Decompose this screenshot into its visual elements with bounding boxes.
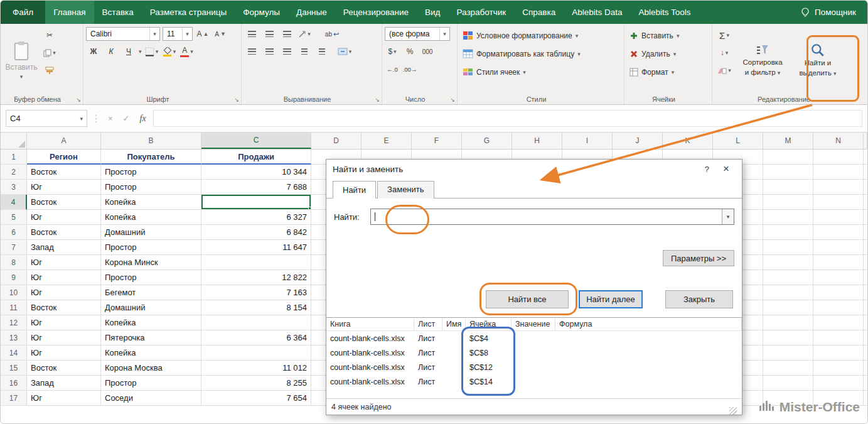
- align-middle-button[interactable]: [262, 27, 277, 41]
- cell-b9[interactable]: Простор: [101, 270, 201, 285]
- font-name-combo[interactable]: Calibri▾: [86, 27, 160, 41]
- cell-styles-button[interactable]: Стили ячеек ▾: [460, 63, 621, 80]
- sort-filter-button[interactable]: Сортировка и фильтр ▾: [736, 27, 789, 93]
- cell-a3[interactable]: Юг: [27, 180, 101, 195]
- cell-b11[interactable]: Домашний: [101, 300, 201, 315]
- cell-b6[interactable]: Домашний: [101, 225, 201, 240]
- find-all-button[interactable]: Найти все: [486, 290, 569, 308]
- column-header-h[interactable]: H: [512, 133, 562, 149]
- find-what-input-area[interactable]: [371, 209, 722, 224]
- formula-input[interactable]: [153, 110, 862, 127]
- column-header-b[interactable]: B: [101, 133, 201, 149]
- cell-a12[interactable]: Юг: [27, 315, 101, 330]
- cell-b13[interactable]: Пятерочка: [101, 330, 201, 345]
- row-header-16[interactable]: 16: [1, 376, 27, 391]
- fill-color-button[interactable]: ▾: [162, 45, 177, 58]
- bold-button[interactable]: Ж: [86, 45, 101, 58]
- cell-c6[interactable]: 6 842: [201, 225, 311, 240]
- column-header-j[interactable]: J: [613, 133, 663, 149]
- cell-c15[interactable]: 11 012: [201, 361, 311, 376]
- row-header-14[interactable]: 14: [1, 345, 27, 361]
- cell-b7[interactable]: Простор: [101, 240, 201, 255]
- cell-c16[interactable]: 8 255: [201, 376, 311, 391]
- tab-ablebits-tools[interactable]: Ablebits Tools: [630, 1, 699, 24]
- cell-a4[interactable]: Восток: [27, 195, 101, 210]
- clipboard-dialog-launcher-icon[interactable]: ↘: [76, 97, 81, 103]
- currency-format-button[interactable]: $▾: [385, 45, 400, 58]
- italic-button[interactable]: К: [104, 45, 119, 58]
- column-header-m[interactable]: M: [763, 133, 813, 149]
- cell-b2[interactable]: Простор: [101, 165, 201, 180]
- row-header-11[interactable]: 11: [1, 300, 27, 315]
- number-dialog-launcher-icon[interactable]: ↘: [450, 97, 455, 103]
- cell-b12[interactable]: Копейка: [101, 315, 201, 330]
- decrease-font-button[interactable]: А▼: [213, 27, 228, 41]
- cell-a1[interactable]: Регион: [27, 149, 101, 165]
- wrap-text-button[interactable]: ab ↩: [324, 27, 340, 41]
- alignment-dialog-launcher-icon[interactable]: ↘: [375, 97, 380, 103]
- find-next-button[interactable]: Найти далее: [579, 290, 643, 308]
- cell-b14[interactable]: Копейка: [101, 345, 201, 361]
- row-header-4[interactable]: 4: [1, 195, 27, 210]
- cell-c8[interactable]: [201, 255, 311, 270]
- column-header-i[interactable]: I: [562, 133, 613, 149]
- borders-button[interactable]: ▾: [144, 45, 159, 58]
- decrease-indent-button[interactable]: [297, 45, 312, 58]
- conditional-formatting-button[interactable]: Условное форматирование ▾: [460, 27, 621, 44]
- dialog-title-bar[interactable]: Найти и заменить ? ×: [326, 160, 742, 178]
- result-row-3[interactable]: count-blank-cells.xlsx Лист $C$12: [326, 360, 742, 374]
- row-header-2[interactable]: 2: [1, 165, 27, 180]
- cell-b3[interactable]: Простор: [101, 180, 201, 195]
- tab-developer[interactable]: Разработчик: [448, 1, 514, 24]
- tab-formulas[interactable]: Формулы: [235, 1, 288, 24]
- dialog-help-button[interactable]: ?: [697, 165, 717, 174]
- cell-a16[interactable]: Запад: [27, 376, 101, 391]
- divider-dots-icon[interactable]: ⋮: [91, 112, 101, 124]
- row-header-1[interactable]: 1: [1, 149, 27, 165]
- cell-b15[interactable]: Корона Москва: [101, 361, 201, 376]
- column-header-f[interactable]: F: [412, 133, 462, 149]
- cut-button[interactable]: ✂: [42, 28, 57, 42]
- cell-c4-selected[interactable]: [201, 195, 311, 210]
- column-header-n[interactable]: N: [813, 133, 864, 149]
- tab-view[interactable]: Вид: [417, 1, 448, 24]
- font-color-button[interactable]: А ▾: [179, 45, 195, 58]
- result-row-1[interactable]: count-blank-cells.xlsx Лист $C$4: [326, 331, 742, 345]
- tab-home[interactable]: Главная: [45, 1, 94, 24]
- results-header-formula[interactable]: Формула: [555, 318, 742, 330]
- autosum-button[interactable]: Σ▾: [715, 28, 734, 42]
- insert-cells-button[interactable]: Вставить ▾: [627, 27, 709, 44]
- row-header-7[interactable]: 7: [1, 240, 27, 255]
- clear-button[interactable]: ▾: [715, 63, 734, 77]
- cell-a11[interactable]: Восток: [27, 300, 101, 315]
- increase-font-button[interactable]: А▲: [195, 27, 210, 41]
- cell-b4[interactable]: Копейка: [101, 195, 201, 210]
- cell-c5[interactable]: 6 327: [201, 210, 311, 225]
- result-row-4[interactable]: count-blank-cells.xlsx Лист $C$14: [326, 374, 742, 389]
- merge-center-button[interactable]: ▾: [337, 45, 352, 58]
- align-center-button[interactable]: [262, 45, 277, 58]
- cell-a14[interactable]: Юг: [27, 345, 101, 361]
- column-header-c[interactable]: C: [201, 133, 311, 149]
- increase-indent-button[interactable]: [314, 45, 330, 58]
- format-painter-button[interactable]: [42, 63, 57, 77]
- fill-button[interactable]: ↓▾: [715, 46, 734, 60]
- cell-b5[interactable]: Копейка: [101, 210, 201, 225]
- select-all-corner[interactable]: [1, 133, 27, 149]
- find-what-input[interactable]: ▾: [370, 209, 734, 225]
- delete-cells-button[interactable]: Удалить ▾: [627, 45, 709, 62]
- row-header-12[interactable]: 12: [1, 315, 27, 330]
- tab-review[interactable]: Рецензирование: [335, 1, 417, 24]
- tab-insert[interactable]: Вставка: [94, 1, 142, 24]
- cell-b1[interactable]: Покупатель: [101, 149, 201, 165]
- row-header-8[interactable]: 8: [1, 255, 27, 270]
- cell-a13[interactable]: Юг: [27, 330, 101, 345]
- align-bottom-button[interactable]: [279, 27, 294, 41]
- dialog-close-icon[interactable]: ×: [717, 163, 736, 175]
- paste-button[interactable]: Вставить ▾: [3, 27, 40, 93]
- tab-file[interactable]: Файл: [1, 1, 45, 24]
- cell-a2[interactable]: Восток: [27, 165, 101, 180]
- row-header-10[interactable]: 10: [1, 285, 27, 300]
- row-header-6[interactable]: 6: [1, 225, 27, 240]
- cell-a9[interactable]: Юг: [27, 270, 101, 285]
